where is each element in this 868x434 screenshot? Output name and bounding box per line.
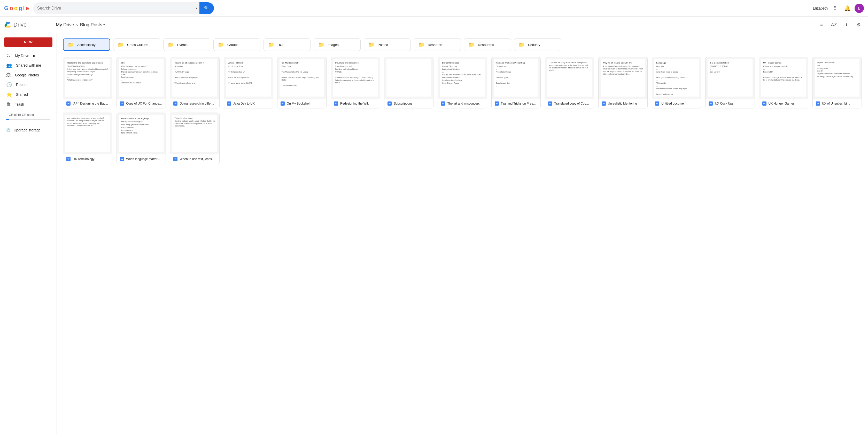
file-card[interactable]: Repeat – don't think is...TitleThe night… bbox=[812, 57, 862, 108]
file-card[interactable]: ...so while the study of the cultural ch… bbox=[545, 57, 594, 108]
search-chevron-icon[interactable]: ▾ bbox=[196, 6, 197, 10]
folder-card[interactable]: 📁 HCI bbox=[264, 38, 311, 51]
file-card[interactable]: title What challenges are we facing?Cult… bbox=[117, 57, 166, 108]
notifications-button[interactable]: 🔔 bbox=[842, 3, 852, 13]
sidebar-item-photos[interactable]: 🖼 Google Photos bbox=[0, 70, 53, 80]
list-view-button[interactable]: ≡ bbox=[816, 20, 827, 30]
avatar[interactable]: E bbox=[855, 4, 864, 13]
folder-card[interactable]: 📁 Groups bbox=[213, 38, 260, 51]
sidebar: NEW 🗂 My Drive ▶ 👥 Shared with me 🖼 Goog… bbox=[0, 33, 57, 434]
sidebar-item-my-drive[interactable]: 🗂 My Drive ▶ bbox=[0, 51, 53, 60]
folder-card[interactable]: 📁 Resources bbox=[464, 38, 511, 51]
sidebar-item-starred[interactable]: ⭐ Starred bbox=[0, 90, 53, 99]
file-name: UX Hunger Games bbox=[769, 102, 805, 105]
shared-icon: 👥 bbox=[6, 63, 12, 68]
folders-grid: 📁 Accessibility 📁 Cross Culture 📁 Events… bbox=[63, 38, 862, 51]
file-card[interactable]: How to go about research in it Screening… bbox=[170, 57, 219, 108]
folder-card[interactable]: 📁 Research bbox=[414, 38, 461, 51]
file-name: Translated copy of Cop... bbox=[554, 102, 591, 105]
file-label: W When to use text, icons... bbox=[170, 154, 219, 164]
main-content: 📁 Accessibility 📁 Cross Culture 📁 Events… bbox=[57, 33, 868, 434]
folder-icon: 📁 bbox=[418, 41, 425, 48]
file-card[interactable]: On My Bookshelf Office Fans...The Man Wh… bbox=[277, 57, 327, 108]
file-doc-icon: W bbox=[120, 101, 124, 106]
search-button[interactable]: 🔍 bbox=[199, 2, 214, 14]
file-preview-inner: title What challenges are we facing?Cult… bbox=[119, 59, 163, 97]
folder-name: Accessibility bbox=[77, 43, 96, 47]
file-preview-inner: 3-a. Documentation CONTACT US TODAY!...S… bbox=[708, 59, 752, 97]
file-card[interactable]: Structure and relevance Overall look and… bbox=[331, 57, 380, 108]
file-preview-inner bbox=[386, 59, 431, 97]
file-preview-inner: Structure and relevance Overall look and… bbox=[333, 59, 378, 97]
folder-name: Cross Culture bbox=[127, 43, 148, 47]
file-preview: Barner Blindness Change BlindnessInatten… bbox=[438, 57, 487, 99]
file-card[interactable]: Designing the Back-End Experience Who/Wh… bbox=[63, 57, 113, 108]
folder-name: Research bbox=[428, 43, 442, 47]
file-card[interactable]: 3-a. Documentation CONTACT US TODAY!...S… bbox=[705, 57, 754, 108]
storage-text: 1 GB of 15 GB used bbox=[6, 113, 34, 117]
file-name: UX Cock Ups bbox=[715, 102, 751, 105]
folder-icon: 📁 bbox=[268, 41, 274, 48]
file-preview-inner: Traits of the text alone:Succinct text c… bbox=[172, 115, 217, 152]
file-card[interactable]: Language What it is...What it can mean t… bbox=[652, 57, 701, 108]
folder-card[interactable]: 📁 Cross Culture bbox=[113, 38, 160, 51]
file-preview: On My Bookshelf Office Fans...The Man Wh… bbox=[277, 57, 326, 99]
folder-card[interactable]: 📁 Security bbox=[514, 38, 561, 51]
file-label: W When language matter... bbox=[117, 154, 165, 164]
file-card[interactable]: W Subscriptions bbox=[384, 57, 433, 108]
folder-icon: 📁 bbox=[368, 41, 375, 48]
file-preview: Are you thinking about users or your pro… bbox=[63, 113, 112, 154]
sidebar-item-label: Shared with me bbox=[16, 63, 41, 67]
folder-card[interactable]: 📁 Accessibility bbox=[63, 38, 110, 51]
breadcrumb-current[interactable]: Blog Posts ▾ bbox=[80, 22, 105, 28]
folder-icon: 📁 bbox=[168, 41, 174, 48]
file-preview-inner: ...so while the study of the cultural ch… bbox=[547, 59, 592, 97]
sidebar-item-recent[interactable]: 🕐 Recent bbox=[0, 80, 53, 90]
file-card[interactable]: The Experience of Language The importanc… bbox=[117, 112, 166, 164]
file-card[interactable]: Traits of the text alone:Succinct text c… bbox=[170, 112, 219, 164]
upgrade-storage-button[interactable]: 💿 Upgrade storage bbox=[0, 126, 57, 134]
folder-icon: 📁 bbox=[519, 41, 525, 48]
sidebar-item-label: My Drive bbox=[15, 54, 29, 58]
my-drive-icon: 🗂 bbox=[6, 53, 11, 58]
file-doc-icon: W bbox=[281, 101, 285, 106]
search-input[interactable] bbox=[37, 6, 194, 10]
breadcrumb-root[interactable]: My Drive bbox=[56, 22, 74, 28]
sidebar-item-trash[interactable]: 🗑 Trash bbox=[0, 99, 53, 109]
new-button[interactable]: NEW bbox=[4, 37, 53, 47]
sidebar-item-label: Starred bbox=[16, 93, 28, 97]
file-card[interactable]: Why we all want a Yoda in life At the th… bbox=[598, 57, 648, 108]
folder-card[interactable]: 📁 Events bbox=[163, 38, 210, 51]
file-label: W Unrealistic Mentoring bbox=[598, 99, 647, 108]
list-view-icon: ≡ bbox=[820, 22, 823, 28]
settings-button[interactable]: ⚙ bbox=[854, 20, 864, 30]
file-label: W Untitled document bbox=[652, 99, 701, 108]
file-card[interactable]: UX Hunger Games Choose your weapon caref… bbox=[759, 57, 808, 108]
file-preview: Repeat – don't think is...TitleThe night… bbox=[813, 57, 862, 99]
folder-card[interactable]: 📁 Posted bbox=[364, 38, 411, 51]
apps-button[interactable]: ⠿ bbox=[830, 3, 840, 13]
file-name: The art and misconcep... bbox=[447, 102, 484, 105]
folder-icon: 📁 bbox=[468, 41, 475, 48]
file-label: W Translated copy of Cop... bbox=[545, 99, 594, 108]
file-label: W Java Dev to UX bbox=[224, 99, 273, 108]
storage-fill bbox=[6, 119, 9, 120]
file-preview: Tips and Tricks on Presenting The audien… bbox=[492, 57, 540, 99]
file-label: W Copy of UX For Change... bbox=[117, 99, 165, 108]
sort-button[interactable]: AZ bbox=[829, 20, 839, 30]
file-preview-inner: Where I started My UX baby steps...My fi… bbox=[226, 59, 271, 97]
file-doc-icon: W bbox=[66, 101, 70, 106]
file-doc-icon: W bbox=[762, 101, 767, 106]
sidebar-item-shared[interactable]: 👥 Shared with me bbox=[0, 60, 53, 70]
file-card[interactable]: Barner Blindness Change BlindnessInatten… bbox=[438, 57, 487, 108]
folder-card[interactable]: 📁 Images bbox=[314, 38, 361, 51]
info-button[interactable]: ℹ bbox=[841, 20, 851, 30]
file-card[interactable]: Where I started My UX baby steps...My fi… bbox=[224, 57, 273, 108]
file-preview: Traits of the text alone:Succinct text c… bbox=[170, 113, 219, 154]
file-card[interactable]: Tips and Tricks on Presenting The audien… bbox=[491, 57, 541, 108]
file-doc-icon: W bbox=[173, 101, 178, 106]
file-preview-inner: UX Hunger Games Choose your weapon caref… bbox=[761, 59, 806, 97]
file-card[interactable]: Are you thinking about users or your pro… bbox=[63, 112, 113, 164]
file-name: Redesigning the Wiki bbox=[340, 102, 377, 105]
file-label: W The art and misconcep... bbox=[438, 99, 487, 108]
